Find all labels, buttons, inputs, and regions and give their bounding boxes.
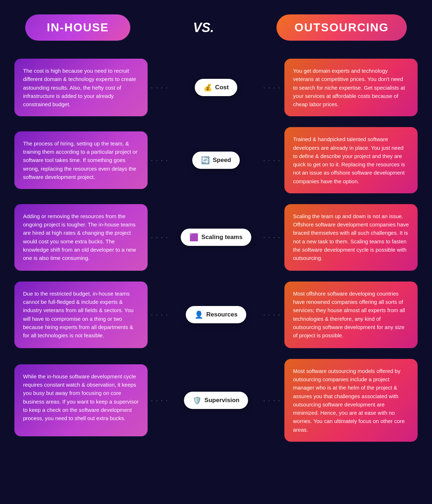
badge-label-resources: Resources — [206, 311, 238, 318]
inhouse-badge: IN-HOUSE — [25, 14, 130, 41]
badge-icon-scaling: 🟪 — [189, 233, 198, 242]
badge-label-supervision: Supervision — [204, 397, 239, 404]
left-card-cost: The cost is high because you need to rec… — [14, 59, 148, 116]
header: IN-HOUSE VS. OUTSOURCING — [14, 14, 418, 41]
badge-icon-cost: 💰 — [203, 83, 212, 92]
left-card-resources: Due to the restricted budget, in-house t… — [14, 282, 148, 348]
comparison-row-supervision: While the in-house software development … — [14, 359, 418, 442]
comparison-row-speed: The process of hiring, setting up the te… — [14, 127, 418, 193]
center-badge-cost: 💰 Cost — [148, 79, 284, 96]
comparison-row-scaling: Adding or removing the resources from th… — [14, 204, 418, 271]
badge-icon-resources: 👤 — [194, 310, 203, 319]
badge-label-cost: Cost — [215, 84, 229, 91]
center-badge-scaling: 🟪 Scaling teams — [148, 229, 284, 246]
badge-icon-speed: 🔄 — [201, 156, 210, 165]
outsourcing-label: OUTSOURCING — [294, 21, 389, 34]
outsourcing-badge: OUTSOURCING — [276, 14, 407, 41]
right-card-speed: Trained & handpicked talented software d… — [284, 127, 418, 193]
left-card-supervision: While the in-house software development … — [14, 364, 148, 436]
badge-cost: 💰 Cost — [195, 79, 238, 96]
badge-scaling: 🟪 Scaling teams — [181, 229, 251, 246]
page-wrapper: IN-HOUSE VS. OUTSOURCING The cost is hig… — [0, 0, 432, 474]
badge-label-scaling: Scaling teams — [201, 234, 242, 241]
right-card-scaling: Scaling the team up and down is not an i… — [284, 204, 418, 271]
rows-container: The cost is high because you need to rec… — [14, 59, 418, 442]
right-card-supervision: Most software outsourcing models offered… — [284, 359, 418, 442]
comparison-row-cost: The cost is high because you need to rec… — [14, 59, 418, 116]
left-card-scaling: Adding or removing the resources from th… — [14, 204, 148, 271]
center-badge-resources: 👤 Resources — [148, 306, 284, 323]
badge-label-speed: Speed — [213, 157, 231, 164]
right-card-resources: Most offshore software developing countr… — [284, 282, 418, 348]
badge-supervision: 🛡️ Supervision — [184, 392, 248, 409]
center-badge-speed: 🔄 Speed — [148, 152, 284, 169]
inhouse-label: IN-HOUSE — [47, 21, 109, 34]
comparison-row-resources: Due to the restricted budget, in-house t… — [14, 282, 418, 348]
left-card-speed: The process of hiring, setting up the te… — [14, 131, 148, 189]
center-badge-supervision: 🛡️ Supervision — [148, 392, 284, 409]
badge-resources: 👤 Resources — [186, 306, 246, 323]
badge-icon-supervision: 🛡️ — [193, 396, 202, 405]
badge-speed: 🔄 Speed — [192, 152, 240, 169]
right-card-cost: You get domain experts and technology ve… — [284, 59, 418, 116]
vs-label: VS. — [193, 20, 214, 35]
